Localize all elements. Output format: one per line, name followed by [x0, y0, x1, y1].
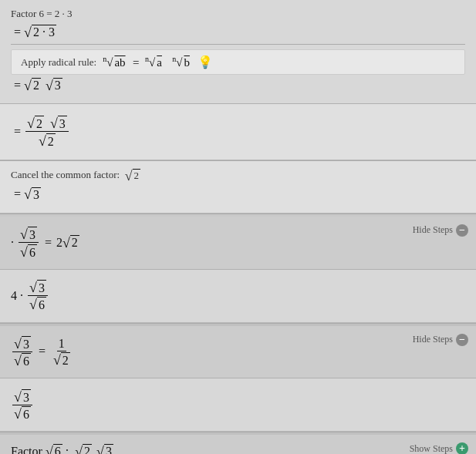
hide-steps-label-1: Hide Steps: [413, 224, 453, 236]
cancel-result: = √ 3: [11, 187, 465, 202]
sqrt3-half-section: Hide Steps − √ 3 √ 6 = 1 √: [0, 326, 476, 379]
rule-label: Apply radical rule:: [21, 56, 96, 69]
factor-sqrt6-line: Factor √ 6 : √ 2 √ 3: [11, 444, 465, 454]
sqrt3-sqrt6-equals-line: · √ 3 √ 6 = 2 √ 2: [11, 226, 465, 260]
sqrt3-sqrt6-plain-section: √ 3 √ 6: [0, 378, 476, 432]
hide-steps-label-2: Hide Steps: [413, 334, 453, 345]
factor-sqrt6-section: Show Steps + Factor √ 6 : √ 2 √ 3: [0, 435, 476, 454]
hide-icon-2: −: [456, 334, 468, 346]
frac-section: = √ 2 √ 3 √ 2: [0, 104, 476, 160]
factor6-line1: = √ 2 · 3: [11, 25, 465, 39]
show-steps-button[interactable]: Show Steps +: [410, 442, 468, 454]
cancel-header: Cancel the common factor: √ 2: [11, 169, 465, 183]
hide-steps-button-2[interactable]: Hide Steps −: [413, 334, 468, 346]
rule-formula: n√ab = n√a n√b: [103, 55, 191, 69]
hide-steps-button-1[interactable]: Hide Steps −: [413, 224, 468, 237]
factor6-section: Factor 6 = 2 · 3 = √ 2 · 3 Apply radical…: [0, 0, 476, 104]
show-steps-label: Show Steps: [410, 443, 453, 454]
hide-icon-1: −: [456, 224, 468, 237]
show-icon: +: [456, 442, 468, 454]
cancel-section: Cancel the common factor: √ 2 = √ 3: [0, 161, 476, 214]
sqrt3-half-line: √ 3 √ 6 = 1 √ 2: [11, 335, 465, 369]
sqrt3-sqrt6-equals-section: Hide Steps − · √ 3 √ 6 = 2 √ 2: [0, 217, 476, 270]
factor6-header: Factor 6 = 2 · 3: [11, 8, 465, 20]
four-sqrt3-section: 4 · √ 3 √ 6: [0, 270, 476, 323]
frac-line: = √ 2 √ 3 √ 2: [11, 115, 465, 149]
factor6-line2: = √ 2 √ 3: [11, 78, 465, 92]
sqrt3-sqrt6-plain-line: √ 3 √ 6: [11, 388, 465, 422]
four-sqrt3-line: 4 · √ 3 √ 6: [11, 279, 465, 313]
lightbulb-icon: 💡: [197, 55, 213, 69]
radical-rule-box: Apply radical rule: n√ab = n√a n√b 💡: [11, 49, 465, 75]
